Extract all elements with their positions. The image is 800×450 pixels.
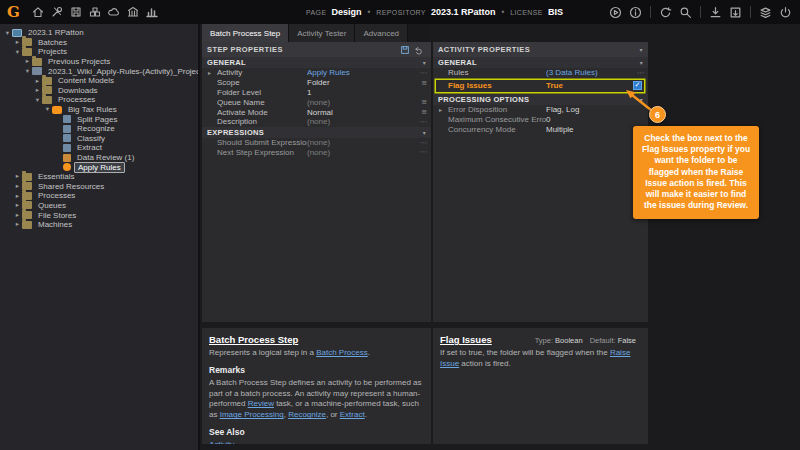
help-link[interactable]: Image Processing bbox=[220, 410, 284, 419]
tree-item-recognize[interactable]: Recognize bbox=[0, 124, 198, 134]
home-icon[interactable] bbox=[29, 0, 48, 24]
expander-icon[interactable] bbox=[13, 202, 22, 209]
tree-item-machines[interactable]: Machines bbox=[0, 220, 198, 230]
power-icon[interactable] bbox=[776, 0, 795, 24]
property-row-scope[interactable]: ScopeFolder bbox=[202, 78, 431, 88]
expander-icon[interactable] bbox=[13, 183, 22, 190]
expander-icon[interactable] bbox=[13, 221, 22, 228]
ellipsis-button[interactable] bbox=[418, 69, 431, 77]
section-header-general[interactable]: GENERAL bbox=[202, 57, 431, 68]
tree-item-shared-resources[interactable]: Shared Resources bbox=[0, 182, 198, 192]
section-header-expressions[interactable]: EXPRESSIONS bbox=[202, 127, 431, 138]
tree-item-queues[interactable]: Queues bbox=[0, 201, 198, 211]
tree-item-previous-projects[interactable]: Previous Projects bbox=[0, 57, 198, 67]
expand-icon[interactable] bbox=[208, 69, 217, 76]
tree-item-classify[interactable]: Classify bbox=[0, 134, 198, 144]
expand-icon[interactable] bbox=[439, 106, 448, 113]
property-row-concurrency-mode[interactable]: Concurrency ModeMultiple bbox=[433, 124, 648, 134]
property-value[interactable]: Normal bbox=[307, 108, 418, 117]
tree-item-file-stores[interactable]: File Stores bbox=[0, 210, 198, 220]
refresh-icon[interactable] bbox=[656, 0, 675, 24]
help-link[interactable]: Recognize bbox=[288, 410, 326, 419]
tree-item-big-tax-rules[interactable]: Big Tax Rules bbox=[0, 105, 198, 115]
play-circle-icon[interactable] bbox=[606, 0, 625, 24]
tree-item-processes-root[interactable]: Processes bbox=[0, 191, 198, 201]
property-row-queue-name[interactable]: Queue Name(none) bbox=[202, 97, 431, 107]
property-value[interactable]: (none) bbox=[307, 138, 418, 147]
info-circle-icon[interactable] bbox=[626, 0, 645, 24]
property-value[interactable]: Apply Rules bbox=[307, 68, 418, 77]
property-row-folder-level[interactable]: Folder Level1 bbox=[202, 88, 431, 98]
undo-icon[interactable] bbox=[412, 43, 426, 57]
chart-icon[interactable] bbox=[143, 0, 162, 24]
expander-icon[interactable] bbox=[13, 39, 22, 46]
expander-icon[interactable] bbox=[33, 97, 42, 104]
tree-item-batches[interactable]: Batches bbox=[0, 38, 198, 48]
package-icon[interactable] bbox=[726, 0, 745, 24]
property-value[interactable]: Folder bbox=[307, 78, 418, 87]
tree-item-repository-root[interactable]: 2023.1 RPatton bbox=[0, 28, 198, 38]
tab-advanced[interactable]: Advanced bbox=[355, 24, 408, 42]
expander-icon[interactable] bbox=[23, 58, 32, 65]
section-header-general[interactable]: GENERAL bbox=[433, 57, 648, 68]
expander-icon[interactable] bbox=[13, 49, 22, 56]
expander-icon[interactable] bbox=[33, 78, 42, 85]
property-row-flag-issues[interactable]: Flag IssuesTrue bbox=[436, 80, 644, 92]
activity-link[interactable]: Activity bbox=[209, 440, 234, 444]
property-value[interactable]: (none) bbox=[307, 148, 418, 157]
help-link[interactable]: Batch Process bbox=[316, 348, 368, 357]
tree-item-content-models[interactable]: Content Models bbox=[0, 76, 198, 86]
property-row-next-step-expression[interactable]: Next Step Expression(none) bbox=[202, 148, 431, 158]
expander-icon[interactable] bbox=[43, 106, 52, 113]
tab-activity-tester[interactable]: Activity Tester bbox=[289, 24, 355, 42]
property-row-rules[interactable]: Rules(3 Data Rules) bbox=[433, 68, 648, 78]
section-header-processing-options[interactable]: PROCESSING OPTIONS bbox=[433, 94, 648, 105]
expander-icon[interactable] bbox=[23, 68, 32, 75]
dropdown-button[interactable] bbox=[418, 98, 431, 106]
ellipsis-button[interactable] bbox=[418, 148, 431, 156]
tools-icon[interactable] bbox=[48, 0, 67, 24]
property-value[interactable]: (none) bbox=[307, 117, 418, 126]
property-row-should-submit-expression[interactable]: Should Submit Expression(none) bbox=[202, 138, 431, 148]
property-value[interactable]: (none) bbox=[307, 98, 418, 107]
property-row-activity[interactable]: ActivityApply Rules bbox=[202, 68, 431, 78]
tree-item-split-pages[interactable]: Split Pages bbox=[0, 114, 198, 124]
expander-icon[interactable] bbox=[13, 173, 22, 180]
help-link[interactable]: Extract bbox=[340, 410, 365, 419]
bank-icon[interactable] bbox=[124, 0, 143, 24]
property-row-description[interactable]: Description(none) bbox=[202, 117, 431, 127]
tree-item-data-review[interactable]: Data Review (1) bbox=[0, 153, 198, 163]
expander-icon[interactable] bbox=[13, 212, 22, 219]
tree-item-projects[interactable]: Projects bbox=[0, 47, 198, 57]
save-icon[interactable] bbox=[67, 0, 86, 24]
ellipsis-button[interactable] bbox=[635, 69, 648, 77]
search-icon[interactable] bbox=[676, 0, 695, 24]
property-value[interactable]: (3 Data Rules) bbox=[546, 68, 635, 77]
expander-icon[interactable] bbox=[13, 193, 22, 200]
tree-item-apply-rules[interactable]: Apply Rules bbox=[0, 162, 198, 172]
ellipsis-button[interactable] bbox=[418, 139, 431, 147]
tree-item-downloads[interactable]: Downloads bbox=[0, 86, 198, 96]
dropdown-button[interactable] bbox=[418, 79, 431, 87]
tree-item-processes[interactable]: Processes bbox=[0, 95, 198, 105]
tree-item-essentials[interactable]: Essentials bbox=[0, 172, 198, 182]
cloud-icon[interactable] bbox=[105, 0, 124, 24]
help-link[interactable]: Review bbox=[248, 399, 274, 408]
tab-batch-process-step[interactable]: Batch Process Step bbox=[202, 24, 289, 42]
expander-icon[interactable] bbox=[3, 30, 12, 37]
archive-icon[interactable] bbox=[86, 0, 105, 24]
layers-icon[interactable] bbox=[756, 0, 775, 24]
download-icon[interactable] bbox=[706, 0, 725, 24]
property-row-maximum-consecutive-errors[interactable]: Maximum Consecutive Errors0 bbox=[433, 115, 648, 125]
dropdown-button[interactable] bbox=[418, 108, 431, 116]
save-properties-icon[interactable] bbox=[398, 43, 412, 57]
expander-icon[interactable] bbox=[33, 87, 42, 94]
property-value[interactable]: 1 bbox=[307, 88, 431, 97]
ellipsis-button[interactable] bbox=[418, 118, 431, 126]
property-row-error-disposition[interactable]: Error DispositionFlag, Log bbox=[433, 105, 648, 115]
tree-item-wiki-apply-rules-project[interactable]: 2023.1_Wiki_Apply-Rules-(Activity)_Proje… bbox=[0, 66, 198, 76]
tree-item-extract[interactable]: Extract bbox=[0, 143, 198, 153]
license-value: BIS bbox=[548, 7, 563, 17]
type-value: Boolean bbox=[555, 336, 583, 345]
property-row-activate-mode[interactable]: Activate ModeNormal bbox=[202, 107, 431, 117]
